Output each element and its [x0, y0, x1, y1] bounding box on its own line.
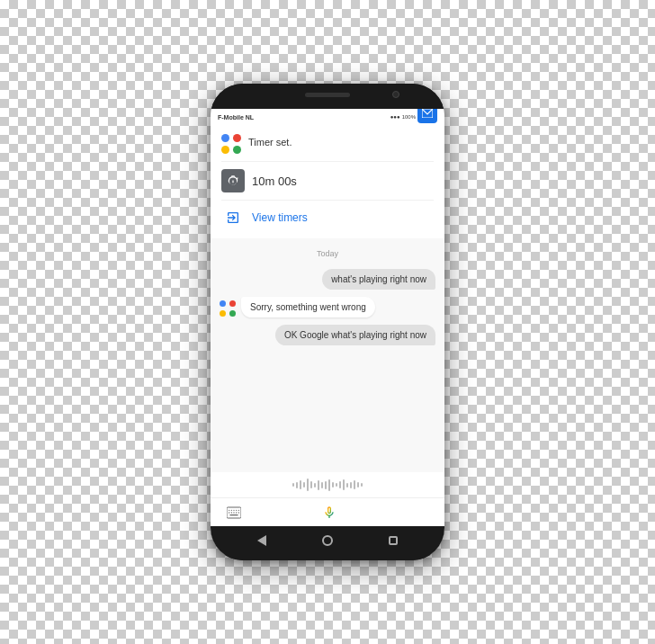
- recents-button[interactable]: [385, 532, 401, 549]
- home-button[interactable]: [319, 532, 336, 549]
- dot-yellow: [221, 146, 229, 154]
- waveform-bar: [292, 483, 294, 487]
- chat-area: Today what's playing right now Sorry, so…: [211, 238, 444, 472]
- timer-value: 10m 00s: [252, 174, 297, 188]
- waveform-bar: [296, 482, 298, 488]
- waveform-bar: [354, 480, 355, 489]
- view-timers-row[interactable]: View timers: [221, 200, 434, 238]
- user-message-2: OK Google what's playing right now: [275, 325, 435, 345]
- assistant-message-1: Sorry, something went wrong: [241, 297, 375, 318]
- waveform-bar: [314, 483, 316, 487]
- navigation-bar: [211, 526, 444, 555]
- signal-text: ●●●: [390, 114, 400, 120]
- dot-green: [233, 146, 241, 154]
- waveform-bar: [332, 482, 334, 487]
- waveform-bar: [303, 482, 305, 487]
- carrier-text: F-Mobile NL: [218, 114, 254, 121]
- timer-icon: [227, 174, 239, 187]
- dot-blue: [221, 134, 229, 142]
- waveform-bars: [292, 476, 363, 494]
- microphone-icon: [322, 505, 336, 520]
- date-divider: Today: [220, 249, 435, 258]
- waveform-bar: [310, 481, 312, 488]
- phone-body: F-Mobile NL ●●● 100% 8:22 AM: [211, 84, 444, 560]
- microphone-button[interactable]: [319, 502, 340, 523]
- waveform-bar: [339, 481, 341, 488]
- exit-icon: [226, 210, 240, 225]
- user-message-1: what's playing right now: [322, 269, 435, 290]
- dot-blue-sm: [220, 300, 226, 307]
- back-button[interactable]: [254, 532, 270, 549]
- google-logo: [221, 134, 241, 154]
- timer-icon-box: [221, 169, 245, 192]
- timer-row: 10m 00s: [221, 161, 434, 200]
- dot-yellow-sm: [220, 310, 226, 317]
- phone-device: F-Mobile NL ●●● 100% 8:22 AM: [211, 84, 444, 560]
- email-icon: [422, 109, 433, 118]
- greeting-row: Timer set.: [221, 134, 434, 161]
- recents-icon: [389, 536, 398, 545]
- assistant-card: Timer set. 10m 00s: [211, 125, 444, 238]
- keyboard-icon: [227, 506, 241, 519]
- waveform-bar: [350, 482, 352, 488]
- waveform-bar: [325, 481, 327, 489]
- waveform-bar: [336, 483, 337, 487]
- phone-speaker: [305, 93, 350, 97]
- waveform-bar: [318, 480, 319, 490]
- phone-screen: F-Mobile NL ●●● 100% 8:22 AM: [211, 109, 444, 555]
- waveform-bar: [357, 482, 359, 487]
- phone-bottom-bezel: [211, 555, 444, 560]
- waveform-bar: [300, 480, 301, 489]
- waveform-bar: [321, 482, 323, 488]
- waveform-area: [211, 472, 444, 497]
- assistant-content: Timer set. 10m 00s: [211, 125, 444, 526]
- phone-top-bezel: [211, 84, 444, 109]
- dot-red: [233, 134, 241, 142]
- assistant-logo-small: [220, 300, 236, 317]
- waveform-bar: [361, 483, 363, 487]
- email-icon-button[interactable]: [417, 109, 437, 123]
- keyboard-button[interactable]: [225, 504, 243, 522]
- view-timers-label[interactable]: View timers: [252, 211, 308, 224]
- assistant-message-row: Sorry, something went wrong: [220, 297, 435, 318]
- home-icon: [322, 535, 333, 546]
- waveform-bar: [346, 483, 348, 487]
- status-bar: F-Mobile NL ●●● 100% 8:22 AM: [211, 109, 444, 125]
- dot-green-sm: [229, 310, 236, 317]
- back-icon: [257, 535, 266, 546]
- view-timers-icon: [221, 206, 245, 229]
- dot-red-sm: [229, 300, 236, 307]
- waveform-bar: [307, 479, 309, 491]
- greeting-text: Timer set.: [248, 134, 292, 148]
- bottom-toolbar: [211, 497, 444, 526]
- waveform-bar: [343, 479, 345, 490]
- battery-text: 100%: [402, 114, 416, 120]
- phone-camera: [392, 91, 399, 98]
- waveform-bar: [328, 479, 330, 491]
